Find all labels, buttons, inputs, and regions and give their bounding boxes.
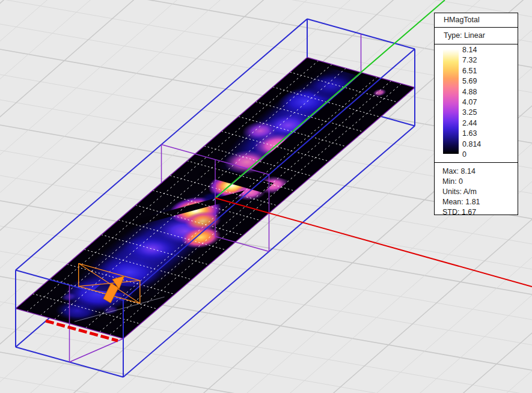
legend-scale-value: 0.814 [462, 139, 481, 150]
legend-scale-value: 3.25 [462, 108, 481, 118]
3d-viewport[interactable]: HMagTotal Type: Linear 8.147.326.515.694… [0, 0, 532, 393]
legend-scale-value: 0 [462, 150, 481, 160]
legend-colorbar [443, 49, 459, 154]
legend-scale-value: 5.69 [462, 76, 481, 87]
legend-stat-line: Max: 8.14 [442, 166, 518, 177]
legend-stat-line: Mean: 1.81 [442, 197, 518, 207]
legend-panel[interactable]: HMagTotal Type: Linear 8.147.326.515.694… [434, 13, 518, 215]
legend-scale-value: 7.32 [462, 55, 481, 66]
legend-scale-value: 4.07 [462, 97, 481, 108]
legend-stat-line: STD: 1.67 [442, 207, 518, 218]
legend-scale-value: 1.63 [462, 129, 481, 139]
legend-scale-value: 8.14 [462, 45, 481, 55]
legend-scale-value: 4.88 [462, 87, 481, 97]
legend-stat-line: Units: A/m [442, 187, 518, 197]
legend-title: HMagTotal [435, 13, 518, 28]
legend-scale-type: Type: Linear [435, 28, 518, 44]
legend-stats: Max: 8.14Min: 0Units: A/mMean: 1.81STD: … [435, 163, 518, 218]
legend-colorbar-section: 8.147.326.515.694.884.073.252.441.630.81… [435, 44, 518, 163]
legend-scale-values: 8.147.326.515.694.884.073.252.441.630.81… [462, 45, 481, 160]
legend-scale-value: 6.51 [462, 66, 481, 76]
legend-stat-line: Min: 0 [442, 177, 518, 187]
legend-scale-value: 2.44 [462, 118, 481, 129]
